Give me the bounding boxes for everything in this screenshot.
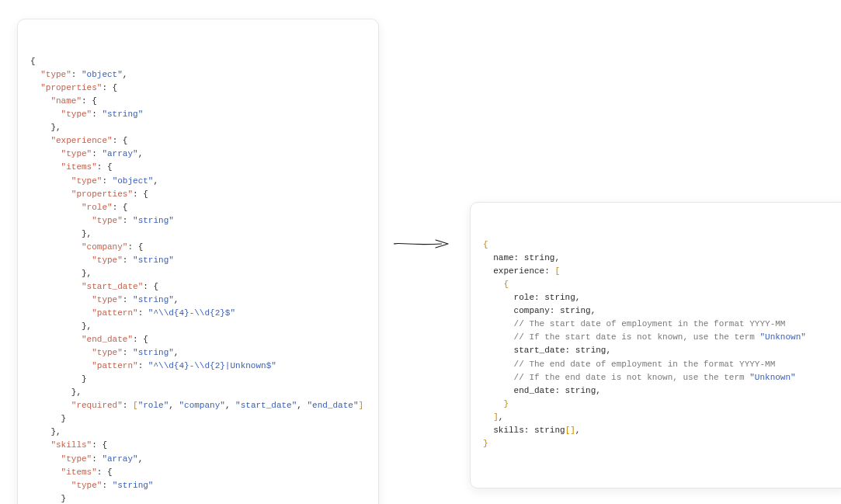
code-line: "end_date": { xyxy=(30,333,366,346)
code-line: } xyxy=(30,373,366,386)
code-line: { xyxy=(483,238,836,252)
code-line: "type": "array", xyxy=(30,148,366,161)
code-line: // The start date of employment in the f… xyxy=(483,318,836,331)
code-line: ], xyxy=(483,411,836,424)
code-line: }, xyxy=(30,267,366,280)
code-line: "company": { xyxy=(30,241,366,254)
code-line: { xyxy=(483,278,836,291)
code-line: "required": ["role", "company", "start_d… xyxy=(30,399,366,412)
json-schema-code: { "type": "object", "properties": { "nam… xyxy=(30,55,366,504)
code-line: "role": { xyxy=(30,201,366,214)
diagram-canvas: { "type": "object", "properties": { "nam… xyxy=(0,0,841,504)
simplified-type-card: { name: string, experience: [ { role: st… xyxy=(470,202,841,488)
code-line: name: string, xyxy=(483,252,836,265)
code-line: "items": { xyxy=(30,161,366,174)
code-line: start_date: string, xyxy=(483,344,836,357)
json-schema-card: { "type": "object", "properties": { "nam… xyxy=(17,19,379,504)
code-line: // If the start date is not known, use t… xyxy=(483,331,836,344)
code-line: experience: [ xyxy=(483,265,836,278)
code-line: "start_date": { xyxy=(30,280,366,294)
code-line: "name": { xyxy=(30,95,366,108)
code-line: "properties": { xyxy=(30,82,366,95)
code-line: "type": "string", xyxy=(30,346,366,360)
code-line: "type": "string" xyxy=(30,108,366,121)
code-line: }, xyxy=(30,320,366,333)
code-line: skills: string[], xyxy=(483,424,836,437)
code-line: "items": { xyxy=(30,466,366,479)
simplified-type-code: { name: string, experience: [ { role: st… xyxy=(483,238,836,450)
code-line: } xyxy=(483,398,836,411)
code-line: // If the end date is not known, use the… xyxy=(483,371,836,384)
code-line: "type": "object", xyxy=(30,68,366,82)
code-line: "skills": { xyxy=(30,439,366,452)
code-line: end_date: string, xyxy=(483,384,836,398)
code-line: } xyxy=(30,412,366,426)
arrow-icon xyxy=(392,238,453,250)
code-line: { xyxy=(30,55,366,68)
code-line: // The end date of employment in the for… xyxy=(483,358,836,371)
code-line: }, xyxy=(30,121,366,134)
code-line: }, xyxy=(30,426,366,439)
code-line: "type": "string", xyxy=(30,294,366,307)
code-line: "properties": { xyxy=(30,188,366,201)
code-line: } xyxy=(483,437,836,450)
code-line: }, xyxy=(30,386,366,399)
code-line: company: string, xyxy=(483,304,836,318)
code-line: "type": "object", xyxy=(30,175,366,188)
code-line: "type": "array", xyxy=(30,453,366,466)
code-line: } xyxy=(30,492,366,504)
code-line: }, xyxy=(30,228,366,241)
code-line: "pattern": "^\\d{4}-\\d{2}$" xyxy=(30,307,366,320)
code-line: role: string, xyxy=(483,291,836,304)
code-line: "type": "string" xyxy=(30,254,366,267)
code-line: "type": "string" xyxy=(30,214,366,228)
code-line: "experience": { xyxy=(30,134,366,148)
code-line: "type": "string" xyxy=(30,479,366,492)
code-line: "pattern": "^\\d{4}-\\d{2}|Unknown$" xyxy=(30,360,366,373)
